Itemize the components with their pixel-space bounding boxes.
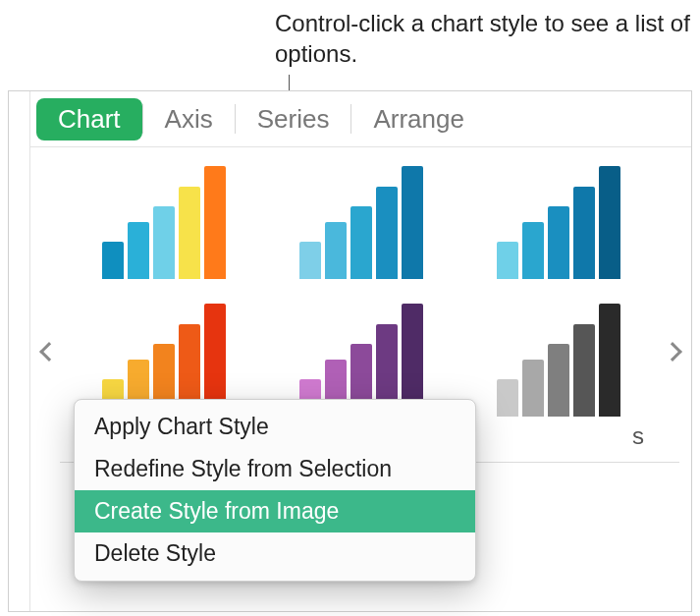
bar-icon xyxy=(573,324,595,417)
tab-chart[interactable]: Chart xyxy=(36,98,142,140)
bar-icon xyxy=(402,166,423,279)
chevron-right-icon xyxy=(663,342,682,362)
bar-icon xyxy=(376,187,398,279)
bar-icon xyxy=(102,242,124,279)
bar-icon xyxy=(599,304,620,417)
tab-series[interactable]: Series xyxy=(236,98,351,140)
chart-style-area: s Apply Chart Style Redefine Style from … xyxy=(30,146,691,611)
chart-style-context-menu: Apply Chart Style Redefine Style from Se… xyxy=(74,399,476,582)
chart-style-thumb[interactable] xyxy=(277,161,445,279)
bar-icon xyxy=(299,242,321,279)
inspector-panel: Chart Axis Series Arrange xyxy=(8,90,692,612)
bar-icon xyxy=(204,166,226,279)
chart-options-label-fragment: s xyxy=(632,422,644,450)
chart-style-grid xyxy=(80,161,642,417)
menu-create-style-from-image[interactable]: Create Style from Image xyxy=(75,490,475,532)
help-caption: Control-click a chart style to see a lis… xyxy=(275,8,700,69)
bar-icon xyxy=(153,206,175,279)
chart-style-thumb[interactable] xyxy=(474,299,642,417)
bar-icon xyxy=(497,242,518,279)
bar-icon xyxy=(548,344,569,417)
bar-icon xyxy=(522,222,544,279)
panel-left-gutter xyxy=(9,91,30,611)
inspector-tabbar: Chart Axis Series Arrange xyxy=(30,91,691,146)
chart-style-thumb[interactable] xyxy=(474,161,642,279)
bar-icon xyxy=(325,222,347,279)
menu-redefine-style[interactable]: Redefine Style from Selection xyxy=(75,448,475,490)
tab-axis[interactable]: Axis xyxy=(143,98,235,140)
tab-arrange[interactable]: Arrange xyxy=(351,98,486,140)
bar-icon xyxy=(128,222,149,279)
bar-icon xyxy=(573,187,595,279)
menu-delete-style[interactable]: Delete Style xyxy=(75,532,475,575)
bar-icon xyxy=(350,206,372,279)
chevron-left-icon xyxy=(39,342,59,362)
bar-icon xyxy=(548,206,569,279)
bar-icon xyxy=(497,379,518,417)
menu-apply-chart-style[interactable]: Apply Chart Style xyxy=(75,406,475,448)
styles-prev-button[interactable] xyxy=(34,332,64,371)
styles-next-button[interactable] xyxy=(658,332,687,371)
bar-icon xyxy=(599,166,620,279)
chart-style-thumb[interactable] xyxy=(80,161,247,279)
bar-icon xyxy=(179,187,200,279)
bar-icon xyxy=(522,360,544,417)
